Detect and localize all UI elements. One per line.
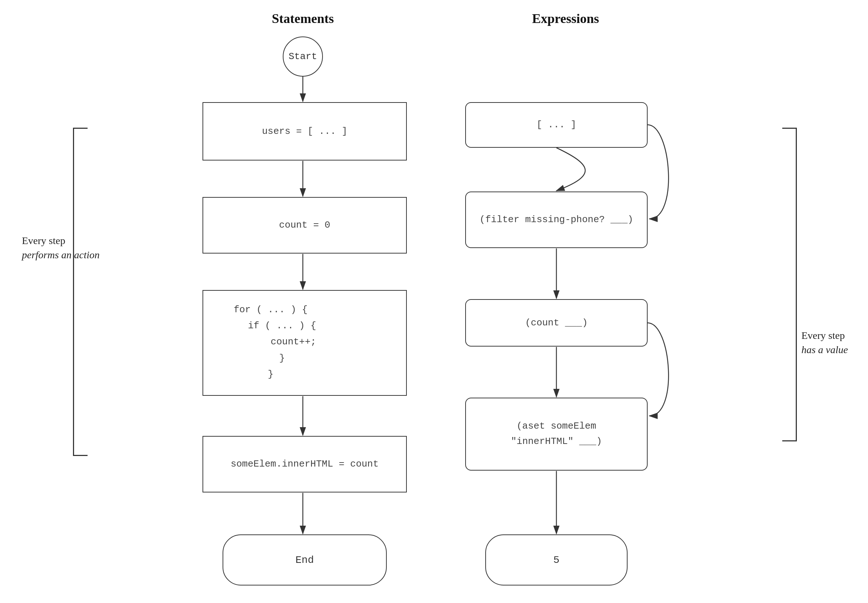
left-side-label: Every stepperforms an action bbox=[22, 233, 100, 262]
expr4-node: (aset someElem "innerHTML" ___) bbox=[465, 397, 648, 471]
expr2-node: (filter missing-phone? ___) bbox=[465, 192, 648, 248]
end-node: End bbox=[223, 534, 387, 586]
expr3-node: (count ___) bbox=[465, 299, 648, 346]
expr-end-node: 5 bbox=[485, 534, 628, 586]
header-statements: Statements bbox=[201, 11, 405, 26]
connectors-svg bbox=[0, 0, 868, 603]
start-node: Start bbox=[283, 37, 323, 77]
some-elem-node: someElem.innerHTML = count bbox=[203, 436, 407, 492]
users-node: users = [ ... ] bbox=[203, 102, 407, 161]
left-bracket bbox=[73, 128, 88, 456]
count-assign-node: count = 0 bbox=[203, 197, 407, 254]
arrows-svg bbox=[0, 0, 868, 603]
diagram-container: Statements Expressions Every stepperform… bbox=[0, 0, 868, 603]
right-bracket bbox=[782, 128, 797, 441]
header-expressions: Expressions bbox=[463, 11, 668, 26]
right-side-label: Every stephas a value bbox=[801, 328, 848, 357]
for-loop-node: for ( ... ) { if ( ... ) { count++; } } bbox=[203, 290, 407, 396]
expr1-node: [ ... ] bbox=[465, 102, 648, 148]
